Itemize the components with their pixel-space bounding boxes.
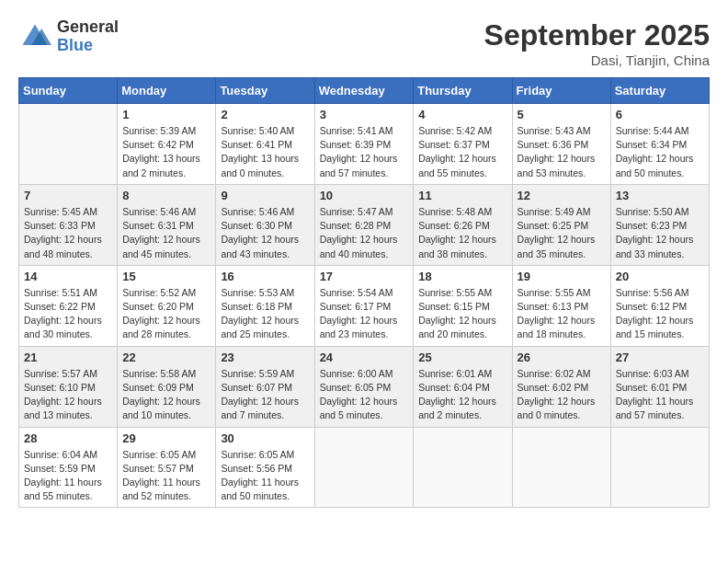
calendar-cell: 18Sunrise: 5:55 AMSunset: 6:15 PMDayligh… xyxy=(414,265,512,346)
day-number: 21 xyxy=(24,350,112,364)
calendar-week-row: 14Sunrise: 5:51 AMSunset: 6:22 PMDayligh… xyxy=(19,265,710,346)
calendar-week-row: 1Sunrise: 5:39 AMSunset: 6:42 PMDaylight… xyxy=(19,104,710,185)
day-number: 26 xyxy=(518,350,606,364)
day-number: 13 xyxy=(616,189,704,202)
calendar-cell: 8Sunrise: 5:46 AMSunset: 6:31 PMDaylight… xyxy=(118,184,216,265)
day-number: 3 xyxy=(320,108,409,121)
day-number: 22 xyxy=(122,350,210,364)
day-number: 27 xyxy=(616,350,704,364)
day-info: Sunrise: 5:55 AMSunset: 6:15 PMDaylight:… xyxy=(418,286,506,342)
calendar-cell xyxy=(19,104,118,185)
calendar-cell: 27Sunrise: 6:03 AMSunset: 6:01 PMDayligh… xyxy=(610,346,709,427)
calendar-cell: 3Sunrise: 5:41 AMSunset: 6:39 PMDaylight… xyxy=(314,104,414,185)
day-info: Sunrise: 5:59 AMSunset: 6:07 PMDaylight:… xyxy=(221,367,309,423)
calendar-cell: 24Sunrise: 6:00 AMSunset: 6:05 PMDayligh… xyxy=(314,346,414,427)
calendar-cell: 5Sunrise: 5:43 AMSunset: 6:36 PMDaylight… xyxy=(512,104,610,185)
day-number: 29 xyxy=(122,431,210,445)
day-number: 2 xyxy=(221,108,309,121)
day-number: 5 xyxy=(518,108,606,121)
calendar-cell xyxy=(314,427,414,508)
calendar-cell: 12Sunrise: 5:49 AMSunset: 6:25 PMDayligh… xyxy=(512,184,610,265)
calendar-cell: 20Sunrise: 5:56 AMSunset: 6:12 PMDayligh… xyxy=(610,265,709,346)
location: Dasi, Tianjin, China xyxy=(484,52,710,68)
day-number: 11 xyxy=(418,189,506,202)
logo-text: General Blue xyxy=(57,18,119,55)
day-info: Sunrise: 6:05 AMSunset: 5:56 PMDaylight:… xyxy=(221,448,309,504)
day-info: Sunrise: 5:50 AMSunset: 6:23 PMDaylight:… xyxy=(616,205,704,261)
day-info: Sunrise: 5:55 AMSunset: 6:13 PMDaylight:… xyxy=(518,286,606,342)
calendar-week-row: 7Sunrise: 5:45 AMSunset: 6:33 PMDaylight… xyxy=(19,184,710,265)
day-number: 7 xyxy=(24,189,112,202)
day-number: 1 xyxy=(122,108,210,121)
calendar-cell: 9Sunrise: 5:46 AMSunset: 6:30 PMDaylight… xyxy=(216,184,314,265)
col-header-sunday: Sunday xyxy=(19,78,118,104)
calendar-table: SundayMondayTuesdayWednesdayThursdayFrid… xyxy=(18,77,710,508)
day-info: Sunrise: 6:05 AMSunset: 5:57 PMDaylight:… xyxy=(122,448,210,504)
day-info: Sunrise: 5:39 AMSunset: 6:42 PMDaylight:… xyxy=(122,124,210,180)
calendar-cell: 15Sunrise: 5:52 AMSunset: 6:20 PMDayligh… xyxy=(118,265,216,346)
calendar-cell xyxy=(610,427,709,508)
day-number: 12 xyxy=(518,189,606,202)
day-info: Sunrise: 5:46 AMSunset: 6:31 PMDaylight:… xyxy=(122,205,210,261)
day-info: Sunrise: 5:54 AMSunset: 6:17 PMDaylight:… xyxy=(320,286,409,342)
calendar-cell: 2Sunrise: 5:40 AMSunset: 6:41 PMDaylight… xyxy=(216,104,314,185)
calendar-header-row: SundayMondayTuesdayWednesdayThursdayFrid… xyxy=(19,78,710,104)
day-info: Sunrise: 5:41 AMSunset: 6:39 PMDaylight:… xyxy=(320,124,409,180)
day-number: 6 xyxy=(616,108,704,121)
calendar-cell: 26Sunrise: 6:02 AMSunset: 6:02 PMDayligh… xyxy=(512,346,610,427)
day-info: Sunrise: 5:46 AMSunset: 6:30 PMDaylight:… xyxy=(221,205,309,261)
calendar-cell: 23Sunrise: 5:59 AMSunset: 6:07 PMDayligh… xyxy=(216,346,314,427)
calendar-body: 1Sunrise: 5:39 AMSunset: 6:42 PMDaylight… xyxy=(19,104,710,508)
logo-line2: Blue xyxy=(57,37,119,55)
day-info: Sunrise: 5:57 AMSunset: 6:10 PMDaylight:… xyxy=(24,367,112,423)
col-header-thursday: Thursday xyxy=(414,78,512,104)
calendar-cell: 25Sunrise: 6:01 AMSunset: 6:04 PMDayligh… xyxy=(414,346,512,427)
calendar-cell: 22Sunrise: 5:58 AMSunset: 6:09 PMDayligh… xyxy=(118,346,216,427)
col-header-friday: Friday xyxy=(512,78,610,104)
calendar-cell: 17Sunrise: 5:54 AMSunset: 6:17 PMDayligh… xyxy=(314,265,414,346)
calendar-cell: 28Sunrise: 6:04 AMSunset: 5:59 PMDayligh… xyxy=(19,427,118,508)
day-info: Sunrise: 6:02 AMSunset: 6:02 PMDaylight:… xyxy=(518,367,606,423)
day-info: Sunrise: 6:04 AMSunset: 5:59 PMDaylight:… xyxy=(24,448,112,504)
logo-icon xyxy=(18,20,51,53)
day-info: Sunrise: 5:48 AMSunset: 6:26 PMDaylight:… xyxy=(418,205,506,261)
calendar-cell: 19Sunrise: 5:55 AMSunset: 6:13 PMDayligh… xyxy=(512,265,610,346)
day-info: Sunrise: 6:00 AMSunset: 6:05 PMDaylight:… xyxy=(320,367,409,423)
day-number: 10 xyxy=(320,189,409,202)
calendar-cell: 29Sunrise: 6:05 AMSunset: 5:57 PMDayligh… xyxy=(118,427,216,508)
day-number: 30 xyxy=(221,431,309,445)
calendar-cell: 30Sunrise: 6:05 AMSunset: 5:56 PMDayligh… xyxy=(216,427,314,508)
day-info: Sunrise: 5:56 AMSunset: 6:12 PMDaylight:… xyxy=(616,286,704,342)
day-number: 9 xyxy=(221,189,309,202)
calendar-cell: 11Sunrise: 5:48 AMSunset: 6:26 PMDayligh… xyxy=(414,184,512,265)
day-number: 28 xyxy=(24,431,112,445)
day-info: Sunrise: 5:44 AMSunset: 6:34 PMDaylight:… xyxy=(616,124,704,180)
col-header-tuesday: Tuesday xyxy=(216,78,314,104)
calendar-week-row: 21Sunrise: 5:57 AMSunset: 6:10 PMDayligh… xyxy=(19,346,710,427)
day-number: 16 xyxy=(221,270,309,283)
day-info: Sunrise: 5:58 AMSunset: 6:09 PMDaylight:… xyxy=(122,367,210,423)
calendar-cell: 13Sunrise: 5:50 AMSunset: 6:23 PMDayligh… xyxy=(610,184,709,265)
day-number: 23 xyxy=(221,350,309,364)
calendar-cell xyxy=(512,427,610,508)
day-info: Sunrise: 5:47 AMSunset: 6:28 PMDaylight:… xyxy=(320,205,409,261)
day-info: Sunrise: 6:01 AMSunset: 6:04 PMDaylight:… xyxy=(418,367,506,423)
day-number: 20 xyxy=(616,270,704,283)
day-number: 18 xyxy=(418,270,506,283)
page-header: General Blue September 2025 Dasi, Tianji… xyxy=(18,18,710,68)
day-info: Sunrise: 5:49 AMSunset: 6:25 PMDaylight:… xyxy=(518,205,606,261)
day-number: 14 xyxy=(24,270,112,283)
day-info: Sunrise: 5:51 AMSunset: 6:22 PMDaylight:… xyxy=(24,286,112,342)
day-info: Sunrise: 5:40 AMSunset: 6:41 PMDaylight:… xyxy=(221,124,309,180)
day-info: Sunrise: 5:53 AMSunset: 6:18 PMDaylight:… xyxy=(221,286,309,342)
day-number: 4 xyxy=(418,108,506,121)
title-block: September 2025 Dasi, Tianjin, China xyxy=(484,18,710,68)
calendar-cell: 14Sunrise: 5:51 AMSunset: 6:22 PMDayligh… xyxy=(19,265,118,346)
day-info: Sunrise: 5:45 AMSunset: 6:33 PMDaylight:… xyxy=(24,205,112,261)
day-info: Sunrise: 5:42 AMSunset: 6:37 PMDaylight:… xyxy=(418,124,506,180)
calendar-cell: 6Sunrise: 5:44 AMSunset: 6:34 PMDaylight… xyxy=(610,104,709,185)
calendar-cell: 4Sunrise: 5:42 AMSunset: 6:37 PMDaylight… xyxy=(414,104,512,185)
calendar-week-row: 28Sunrise: 6:04 AMSunset: 5:59 PMDayligh… xyxy=(19,427,710,508)
calendar-cell xyxy=(414,427,512,508)
logo-line1: General xyxy=(57,18,119,37)
